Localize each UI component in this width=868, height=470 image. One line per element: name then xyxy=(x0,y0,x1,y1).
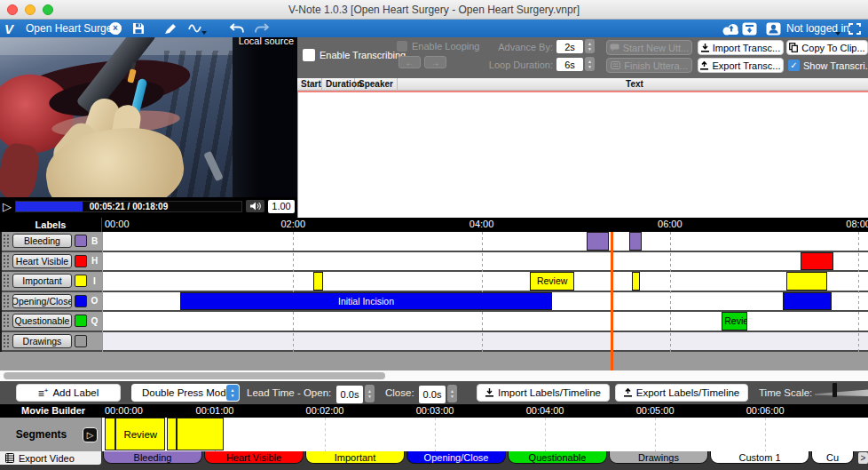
video-progress-bar[interactable]: 00:05:21 / 00:18:09 xyxy=(15,201,242,212)
column-header-start[interactable]: Start xyxy=(297,78,322,90)
label-color-swatch[interactable] xyxy=(75,275,87,287)
label-button[interactable]: Important xyxy=(12,274,72,288)
pencil-icon[interactable] xyxy=(164,20,177,37)
tab-opening-close[interactable]: Opening/Close xyxy=(406,451,506,464)
playhead[interactable] xyxy=(611,232,613,370)
show-transcription-checkbox[interactable]: ✓ Show Transcri... xyxy=(788,60,868,71)
advance-by-input[interactable] xyxy=(556,40,583,53)
time-scale-handle[interactable] xyxy=(832,383,837,397)
login-caret[interactable] xyxy=(835,32,840,36)
label-button[interactable]: Questionable xyxy=(12,314,72,328)
user-icon[interactable] xyxy=(766,20,781,37)
label-button[interactable]: Drawings xyxy=(12,334,72,348)
label-color-swatch[interactable] xyxy=(75,235,87,247)
track-row-questionable[interactable]: Review xyxy=(103,312,868,332)
zoom-window-button[interactable] xyxy=(43,4,53,15)
movie-segment[interactable] xyxy=(167,418,176,450)
drag-handle-icon[interactable] xyxy=(3,234,10,248)
play-button[interactable]: ▷ xyxy=(3,201,12,212)
timeline-segment[interactable] xyxy=(313,272,323,291)
import-labels-button[interactable]: Import Labels/Timeline xyxy=(477,384,610,402)
lead-close-input[interactable] xyxy=(419,386,446,403)
export-labels-button[interactable]: Export Labels/Timeline xyxy=(615,384,748,402)
movie-segment[interactable]: Review xyxy=(115,418,165,450)
close-window-button[interactable] xyxy=(7,4,18,15)
lead-close-stepper[interactable]: ▲▼ xyxy=(447,385,457,402)
drag-handle-icon[interactable] xyxy=(3,294,10,308)
add-label-button[interactable]: ≡+ Add Label xyxy=(16,384,121,402)
drag-handle-icon[interactable] xyxy=(3,334,10,348)
label-color-swatch[interactable] xyxy=(75,255,87,267)
timeline-segment[interactable] xyxy=(783,292,832,311)
close-project-icon[interactable]: × xyxy=(109,20,122,37)
checkbox-unchecked[interactable] xyxy=(303,49,315,61)
tab-heart-visible[interactable]: Heart Visible xyxy=(204,451,304,464)
timeline-segment[interactable] xyxy=(632,272,640,291)
video-frame[interactable]: Local source xyxy=(0,37,297,197)
timeline-segment[interactable]: Review xyxy=(530,272,574,291)
tabs-overflow-button[interactable]: > xyxy=(858,452,868,464)
start-new-utterance-button[interactable]: Start New Utt... xyxy=(606,40,692,55)
drag-handle-icon[interactable] xyxy=(3,274,10,288)
export-video-button[interactable]: Export Video xyxy=(0,451,101,465)
track-row-heart-visible[interactable] xyxy=(103,252,868,273)
project-tab[interactable]: Open Heart Surgery xyxy=(26,20,121,37)
tab-custom-1[interactable]: Custom 1 xyxy=(710,451,809,464)
track-row-drawings[interactable] xyxy=(103,332,868,353)
segments-play-button[interactable]: ▷ xyxy=(83,427,98,442)
scrollbar-thumb[interactable] xyxy=(4,372,385,379)
advance-by-stepper[interactable]: ▲▼ xyxy=(585,39,595,53)
save-icon[interactable] xyxy=(132,20,145,37)
redo-icon[interactable] xyxy=(254,20,270,37)
next-utterance-button[interactable]: → xyxy=(424,56,446,68)
timeline-ruler[interactable]: 00:0002:0004:0006:0008:00 xyxy=(103,218,868,232)
timeline-segment[interactable] xyxy=(801,252,833,271)
timeline-segment[interactable] xyxy=(629,232,642,251)
enable-transcribing-checkbox[interactable]: Enable Transcribing xyxy=(303,49,406,61)
cloud-upload-icon[interactable] xyxy=(721,20,742,37)
tab-questionable[interactable]: Questionable xyxy=(508,451,607,464)
minimize-window-button[interactable] xyxy=(25,4,36,15)
label-button[interactable]: Heart Visible xyxy=(12,254,72,268)
checkbox-checked[interactable]: ✓ xyxy=(788,60,800,71)
prev-utterance-button[interactable]: ← xyxy=(398,56,421,68)
label-color-swatch[interactable] xyxy=(75,295,87,307)
draw-options-caret[interactable] xyxy=(201,31,207,35)
import-transcription-button[interactable]: Import Transc... xyxy=(698,40,784,55)
time-scale-slider[interactable] xyxy=(815,388,868,397)
timeline-hscrollbar[interactable] xyxy=(0,370,868,381)
volume-button[interactable] xyxy=(246,200,264,212)
finish-utterance-button[interactable]: Finish Uttera... xyxy=(606,58,692,73)
label-button[interactable]: Opening/Close xyxy=(12,294,72,308)
undo-icon[interactable] xyxy=(229,20,245,37)
track-row-bleeding[interactable] xyxy=(103,232,868,252)
lead-open-stepper[interactable]: ▲▼ xyxy=(365,385,375,402)
label-button[interactable]: Bleeding xyxy=(12,234,72,248)
track-row-important[interactable]: Review xyxy=(103,272,868,292)
transcript-table-body[interactable] xyxy=(297,91,868,218)
drag-handle-icon[interactable] xyxy=(3,314,10,328)
loop-duration-input[interactable] xyxy=(556,58,583,71)
loop-duration-stepper[interactable]: ▲▼ xyxy=(585,57,595,71)
label-color-swatch[interactable] xyxy=(75,335,87,347)
movie-segment[interactable] xyxy=(177,418,225,450)
track-row-opening-close[interactable]: Initial Incision xyxy=(103,292,868,313)
drag-handle-icon[interactable] xyxy=(3,254,10,268)
tab-cu[interactable]: Cu xyxy=(811,451,854,464)
column-header-speaker[interactable]: Speaker xyxy=(355,78,398,90)
timeline-segment[interactable] xyxy=(786,272,827,291)
tab-drawings[interactable]: Drawings xyxy=(609,451,708,464)
export-transcription-button[interactable]: Export Transc... xyxy=(698,58,784,73)
playback-speed[interactable]: 1.00 xyxy=(268,200,295,213)
timeline-segment[interactable] xyxy=(587,232,609,251)
tab-bleeding[interactable]: Bleeding xyxy=(103,451,202,464)
draw-squiggle-icon[interactable] xyxy=(188,20,202,37)
column-header-text[interactable]: Text xyxy=(398,78,868,90)
label-color-swatch[interactable] xyxy=(75,315,87,327)
column-header-duration[interactable]: Duration xyxy=(322,78,355,90)
import-box-icon[interactable] xyxy=(742,20,757,37)
timeline-segment[interactable]: Initial Incision xyxy=(180,292,552,311)
lead-open-input[interactable] xyxy=(336,386,363,403)
tab-important[interactable]: Important xyxy=(305,451,405,464)
movie-segment[interactable] xyxy=(105,418,115,450)
